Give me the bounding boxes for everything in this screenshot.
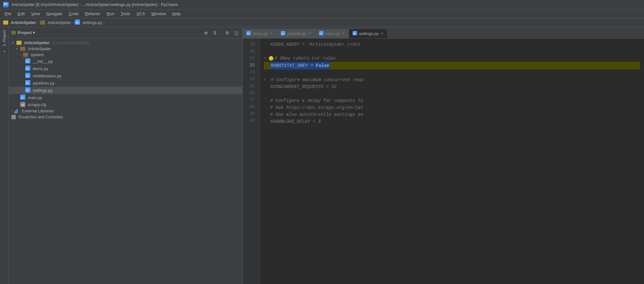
code-line-27: # Configure a delay for requests fo (264, 97, 640, 104)
project-panel: Project ▾ ⊕ ⇅ | ⚙ ◫ ▼ ArticleSpider E:\m… (9, 27, 243, 284)
code-line-21: ▽ 💡 # Obey robots.txt rules (264, 55, 640, 62)
tab-label-main: main.py (325, 31, 340, 36)
menu-file[interactable]: File (2, 10, 15, 17)
tree-item-inner[interactable]: ▼ ArticleSpider (9, 46, 242, 52)
code-line-20 (264, 48, 640, 55)
menu-navigate[interactable]: Navigate (43, 10, 65, 17)
editor-area: py items.py ✕ py jobbole.py ✕ py main.py… (243, 27, 644, 284)
svg-text:py: py (319, 32, 322, 35)
line-24-text: # Configure maximum concurrent requ (271, 76, 364, 83)
menu-view[interactable]: View (28, 10, 43, 17)
python-icon-items: py (25, 66, 30, 72)
breadcrumb-part-1[interactable]: ArticleSpider (3, 20, 36, 25)
tree-item-pipelines[interactable]: py pipelines.py (9, 80, 242, 87)
python-icon-breadcrumb: py (75, 20, 80, 26)
breadcrumb-label-2: ArticleSpider (48, 20, 71, 25)
tab-icon-jobbole: py (281, 31, 285, 36)
menu-code[interactable]: Code (66, 10, 82, 17)
tab-close-jobbole[interactable]: ✕ (308, 31, 311, 36)
project-toolbar: Project ▾ ⊕ ⇅ | ⚙ ◫ (9, 27, 242, 38)
tree-item-main[interactable]: py main.py (9, 94, 242, 101)
scratches-label: Scratches and Consoles (18, 115, 63, 119)
tab-settings[interactable]: py settings.py ✕ (349, 29, 388, 38)
code-line-29: # See also autothrottle settings an (264, 111, 640, 118)
python-icon-middlewares: py (25, 73, 30, 79)
root-path: E:\myGit\ArticleSpider (53, 41, 90, 45)
tab-close-settings[interactable]: ✕ (380, 32, 384, 36)
code-content[interactable]: #USER_AGENT = 'ArticleSpider (+htt ▽ 💡 #… (260, 38, 644, 284)
items-label: items.py (33, 66, 48, 71)
scrapy-cfg-label: scrapy.cfg (28, 102, 46, 107)
menu-refactor[interactable]: Refactor (82, 10, 104, 17)
tab-icon-items: py (246, 31, 251, 36)
toolbar-layout-btn[interactable]: ◫ (233, 30, 240, 36)
scratch-icon (11, 115, 16, 119)
tree-item-init[interactable]: py __init__.py (9, 58, 242, 65)
line-num-25: 25 (243, 83, 257, 90)
menu-vcs[interactable]: VCS (133, 10, 148, 17)
chevron-ext-libs: › (11, 109, 12, 113)
svg-text:py: py (26, 89, 28, 92)
inner-label: ArticleSpider (28, 46, 51, 51)
tree-item-ext-libs[interactable]: › External Libraries (9, 108, 242, 114)
fold-arrow-24: ▽ (264, 76, 268, 83)
code-line-24: ▽ # Configure maximum concurrent requ (264, 76, 640, 83)
breadcrumb: ArticleSpider › ArticleSpider › py setti… (0, 18, 644, 27)
folder-icon-root (16, 41, 21, 45)
line-num-28: 28 (243, 104, 257, 110)
line-num-20: 20 (243, 48, 257, 55)
menu-edit[interactable]: Edit (15, 10, 28, 17)
line-29-text: # See also autothrottle settings an (270, 111, 363, 118)
toolbar-sync-btn[interactable]: ⇅ (212, 30, 218, 36)
code-line-19: #USER_AGENT = 'ArticleSpider (+htt (264, 41, 640, 48)
menu-run[interactable]: Run (104, 10, 118, 17)
line-28-text: # See https://doc.scrapy.org/en/lat (270, 104, 363, 111)
folder-icon-panel (11, 31, 16, 34)
tab-icon-main: py (319, 31, 324, 36)
line-num-27: 27 (243, 97, 257, 104)
tree-item-settings[interactable]: py settings.py (9, 87, 242, 94)
line-num-19: 19 (243, 41, 257, 48)
tab-jobbole[interactable]: py jobbole.py ✕ (277, 29, 315, 38)
breadcrumb-label-3: settings.py (82, 20, 102, 25)
lightbulb-21: 💡 (269, 56, 273, 61)
tree-item-middlewares[interactable]: py middlewares.py (9, 72, 242, 80)
menu-tools[interactable]: Tools (118, 10, 133, 17)
menu-help[interactable]: Help (169, 10, 184, 17)
toolbar-gear-btn[interactable]: ⚙ (224, 30, 231, 36)
tab-items[interactable]: py items.py ✕ (243, 29, 277, 38)
line-num-24: 24 (243, 76, 257, 83)
pipelines-label: pipelines.py (33, 81, 55, 86)
tree-item-items[interactable]: py items.py (9, 65, 242, 72)
window-title: ArticleSpider [E:\myGit\ArticleSpider] -… (11, 2, 178, 7)
python-icon-pipelines: py (25, 80, 30, 86)
fold-arrow-21: ▽ (264, 55, 268, 62)
tree-item-scratches[interactable]: Scratches and Consoles (9, 114, 242, 120)
tab-close-main[interactable]: ✕ (342, 31, 345, 36)
svg-text:py: py (21, 96, 23, 99)
menu-bar: File Edit View Navigate Code Refactor Ru… (0, 9, 644, 18)
python-icon-init: py (25, 58, 30, 64)
tree-item-scrapy-cfg[interactable]: cfg scrapy.cfg (9, 101, 242, 108)
tab-main[interactable]: py main.py ✕ (315, 29, 349, 38)
breadcrumb-part-2[interactable]: ArticleSpider (40, 20, 71, 25)
line-19-text: #USER_AGENT = 'ArticleSpider (+htt (270, 41, 361, 48)
python-icon-main: py (20, 95, 25, 101)
project-side-label[interactable]: 1: Project (2, 27, 7, 50)
line-num-29: 29 (243, 110, 257, 117)
tab-close-items[interactable]: ✕ (270, 31, 273, 36)
breadcrumb-sep-1: › (38, 20, 39, 25)
folder-icon-breadcrumb-1 (3, 21, 8, 25)
tree-item-spiders[interactable]: › spiders (9, 52, 242, 58)
svg-text:py: py (26, 74, 28, 77)
line-num-21: 21 (243, 55, 257, 62)
menu-window[interactable]: Window (148, 10, 169, 17)
tree-item-root[interactable]: ▼ ArticleSpider E:\myGit\ArticleSpider (9, 40, 242, 46)
breadcrumb-part-3[interactable]: py settings.py (75, 20, 102, 26)
svg-text:py: py (247, 32, 249, 35)
middlewares-label: middlewares.py (33, 74, 61, 78)
file-tree: ▼ ArticleSpider E:\myGit\ArticleSpider ▼… (9, 38, 242, 284)
cfg-icon: cfg (20, 102, 25, 107)
svg-text:py: py (26, 60, 28, 62)
toolbar-add-btn[interactable]: ⊕ (203, 30, 209, 36)
